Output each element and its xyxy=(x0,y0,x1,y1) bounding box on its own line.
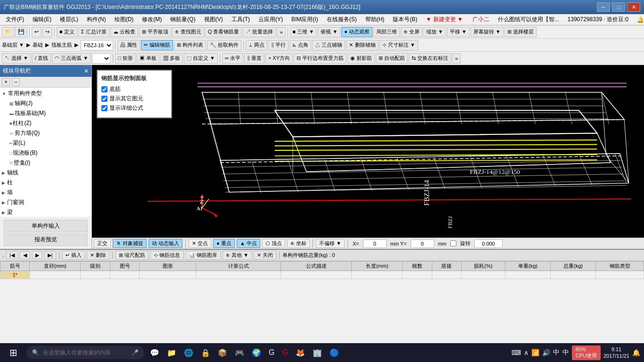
menu-floor[interactable]: 楼层(L) xyxy=(56,15,82,25)
btn-rebar-info[interactable]: ⊹ 钢筋信息 xyxy=(150,251,183,260)
btn-dimension[interactable]: ⊹ 尺寸标注 ▼ xyxy=(380,40,418,50)
menu-modify[interactable]: 修改(M) xyxy=(138,15,165,25)
btn-radial[interactable]: ◉ 射影筋 xyxy=(347,53,375,64)
menu-tips[interactable]: 什么图纸可以使用【智... xyxy=(494,15,563,25)
btn-first[interactable]: |◀ xyxy=(6,251,18,259)
mic-icon[interactable]: 🎤 xyxy=(132,349,139,356)
btn-vertex[interactable]: ⬡ 顶点 xyxy=(262,239,285,248)
search-bar[interactable]: 🔍 🎤 xyxy=(26,346,144,359)
3d-canvas[interactable]: 钢筋显示控制面板 底筋 显示其它图元 显示详细公式 xyxy=(92,65,644,238)
taskbar-key-icon[interactable]: 🔒 xyxy=(199,348,212,357)
close-button[interactable]: ✕ xyxy=(627,2,640,12)
btn-arc[interactable]: ◠ 三点画弧 ▼ xyxy=(52,53,91,64)
menu-tools[interactable]: 工具(T) xyxy=(228,15,254,25)
btn-single[interactable]: ▣ 单板 xyxy=(137,53,159,64)
btn-last[interactable]: ▶| xyxy=(44,251,56,259)
tree-item-raft[interactable]: ▬ 筏板基础(M) xyxy=(8,108,91,118)
y-input[interactable] xyxy=(411,239,434,248)
btn-rebar-lib[interactable]: 📊 钢筋图库 xyxy=(185,251,221,260)
btn-observe[interactable]: ● 动态观察 xyxy=(341,27,372,37)
taskbar-arrow-icon[interactable]: ∧ xyxy=(524,349,528,356)
taskbar-folder-icon[interactable]: 📁 xyxy=(165,348,178,357)
taskbar-lang-icon[interactable]: 中 xyxy=(553,348,560,357)
minimize-button[interactable]: ─ xyxy=(597,2,610,12)
btn-midpoint[interactable]: ▲ 中点 xyxy=(237,239,260,248)
rebar-select[interactable]: FBZJ-16 xyxy=(81,40,113,50)
menu-component[interactable]: 构件(N) xyxy=(83,15,110,25)
btn-xy[interactable]: + XY方向 xyxy=(265,53,293,64)
tree-item-shear-wall[interactable]: ▭ 剪力墙(Q) xyxy=(8,128,91,138)
btn-dynamic-input[interactable]: 动 动态输入 xyxy=(149,239,182,248)
menu-notification[interactable]: 🔔 xyxy=(633,16,644,24)
btn-object-snap[interactable]: 🖱 对象捕捉 xyxy=(113,239,147,248)
btn-swap[interactable]: ⇆ 交换左右标注 xyxy=(409,53,451,64)
btn-select[interactable]: ↖ 选择 ▼ xyxy=(2,53,31,64)
taskbar-ime-icon[interactable]: 中 xyxy=(562,348,569,357)
btn-next[interactable]: ▶ xyxy=(32,251,42,259)
btn-dotangle[interactable]: ⊾ 点角 xyxy=(289,40,311,50)
taskbar-edge-icon[interactable]: 🌐 xyxy=(182,348,195,357)
btn-define[interactable]: ■ 定义 xyxy=(57,27,77,37)
btn-insert[interactable]: ↵ 插入 xyxy=(62,251,85,260)
tree-item-castslab[interactable]: □ 现浇板(B) xyxy=(8,148,91,158)
btn-save[interactable]: 💾 xyxy=(15,27,27,37)
tree-group-common[interactable]: ▼ 常用构件类型 xyxy=(0,89,91,99)
btn-topview[interactable]: 俯视 ▼ xyxy=(318,27,340,37)
btn-scale-rebar[interactable]: ⊞ 缩尺配筋 xyxy=(116,251,149,260)
checkbox-other[interactable] xyxy=(101,96,107,102)
taskbar-browser-icon[interactable]: 🌍 xyxy=(250,348,263,357)
shape-select[interactable] xyxy=(92,53,111,64)
menu-file[interactable]: 文件(F) xyxy=(2,15,28,25)
btn-fullscreen[interactable]: ⊕ 全屏 xyxy=(401,27,422,37)
btn-line[interactable]: / 直线 xyxy=(32,53,51,64)
btn-view-rebar[interactable]: Q 查看钢筋量 xyxy=(205,27,242,37)
menu-assist[interactable]: 广小二 xyxy=(469,15,493,25)
btn-endpoint[interactable]: ● 重点 xyxy=(213,239,235,248)
menu-cloud-app[interactable]: 云应用(Y) xyxy=(255,15,287,25)
btn-no-offset[interactable]: 不偏移 ▼ xyxy=(316,239,345,248)
btn-sum[interactable]: Σ 汇总计算 xyxy=(78,27,109,37)
btn-redo[interactable]: ↪ xyxy=(42,27,52,37)
btn-other-menu[interactable]: ⊕ 其他 ▼ xyxy=(223,251,252,260)
menu-version[interactable]: 版本号(B) xyxy=(389,15,421,25)
btn-pan[interactable]: 平移 ▼ xyxy=(447,27,470,37)
sidebar-remove-btn[interactable]: − xyxy=(12,78,20,86)
btn-edit-rebar[interactable]: ✏ 编辑钢筋 xyxy=(141,40,173,50)
check-show-formula[interactable]: 显示详细公式 xyxy=(101,104,167,112)
menu-bim[interactable]: BIM应用(I) xyxy=(288,15,322,25)
btn-report-preview[interactable]: 报表预览 xyxy=(4,233,88,246)
btn-twopoint[interactable]: ⊥ 两点 xyxy=(246,40,267,50)
btn-intersection[interactable]: ✕ 交点 xyxy=(189,239,211,248)
taskbar-app10-icon[interactable]: 🔵 xyxy=(328,348,341,357)
checkbox-bottom[interactable] xyxy=(101,86,107,92)
taskbar-sound-icon[interactable]: 🔊 xyxy=(542,349,550,356)
tree-item-beam[interactable]: ━ 梁(L) xyxy=(8,138,91,148)
menu-edit[interactable]: 编辑(E) xyxy=(29,15,55,25)
menu-phone[interactable]: 13907298339 · 造价豆:0 xyxy=(564,15,632,25)
taskbar-chat-icon[interactable]: 💬 xyxy=(148,348,161,357)
btn-horiz[interactable]: ═ 水平 xyxy=(222,53,243,64)
btn-find[interactable]: ⊕ 查找图元 xyxy=(172,27,204,37)
rotate-input[interactable] xyxy=(474,239,503,248)
start-button[interactable]: ⊞ xyxy=(4,343,23,362)
btn-threept[interactable]: △ 三点辅轴 xyxy=(312,40,345,50)
btn-multi[interactable]: ▦ 多板 xyxy=(160,53,183,64)
taskbar-app7-icon[interactable]: G xyxy=(280,348,289,357)
btn-single-input[interactable]: 单构件输入 xyxy=(4,220,88,232)
btn-local3d[interactable]: 局部三维 xyxy=(373,27,400,37)
btn-prev[interactable]: ◀ xyxy=(20,251,30,259)
maximize-button[interactable]: □ xyxy=(612,2,625,12)
btn-parallel-rebar[interactable]: ⊟ 平行边布置受力筋 xyxy=(294,53,347,64)
menu-online[interactable]: 在线服务(S) xyxy=(323,15,361,25)
tree-group-column[interactable]: ▶ 柱 xyxy=(0,178,91,188)
tree-item-axis[interactable]: ▦ 轴网(J) xyxy=(8,99,91,108)
btn-parallel[interactable]: ∥ 平行 xyxy=(268,40,289,50)
checkbox-formula[interactable] xyxy=(101,105,107,111)
taskbar-keyboard-icon[interactable]: ⌨ xyxy=(512,349,521,356)
btn-delauxis[interactable]: ✕ 删除辅轴 xyxy=(346,40,378,50)
btn-cloud[interactable]: ☁ 云检查 xyxy=(110,27,138,37)
btn-close-panel[interactable]: ✕ 关闭 xyxy=(254,251,276,260)
btn-more[interactable]: » xyxy=(277,27,285,37)
btn-vert[interactable]: ‖ 垂直 xyxy=(244,53,264,64)
btn-3d[interactable]: ■ 三维 ▼ xyxy=(290,27,317,37)
